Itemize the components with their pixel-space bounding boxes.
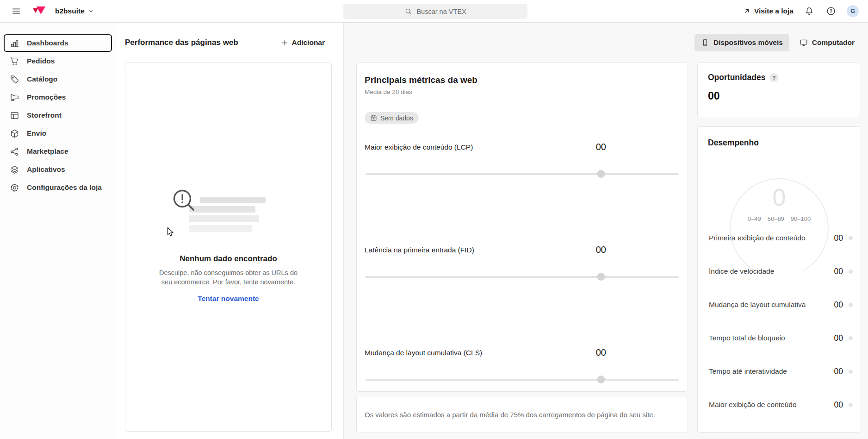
chevron-down-icon bbox=[87, 8, 94, 14]
empty-state-card: Nenhum dado encontrado Desculpe, não con… bbox=[125, 63, 332, 432]
device-toggle-mobile[interactable]: Dispositivos móveis bbox=[694, 34, 789, 51]
user-avatar[interactable]: G bbox=[847, 5, 859, 17]
vtex-logo-icon bbox=[32, 5, 46, 17]
visit-store-link[interactable]: Visite a loja bbox=[743, 7, 794, 15]
pages-panel: Performance das páginas web Adicionar Ne… bbox=[116, 23, 344, 439]
metrics-panel: Dispositivos móveis Computador Principai… bbox=[344, 23, 868, 439]
metric-value: 00 bbox=[596, 245, 606, 255]
performance-metric-label: Primeira exibição de conteúdo bbox=[709, 234, 834, 242]
web-vital-metric-latencia-na-primeira-entrada-fid: Latência na primeira entrada (FID) 00 bbox=[365, 246, 680, 281]
external-link-icon bbox=[743, 7, 750, 15]
footnote-text: Os valores são estimados a partir da méd… bbox=[365, 411, 655, 419]
orders-cart-icon bbox=[9, 56, 19, 66]
metric-label: Mudança de layout cumulativa (CLS) bbox=[365, 349, 482, 357]
opportunities-title: Oportunidades bbox=[708, 73, 765, 82]
apps-layers-icon bbox=[9, 165, 19, 175]
dashboards-icon bbox=[9, 38, 19, 48]
performance-metric-label: Índice de velocidade bbox=[709, 267, 834, 276]
search-input[interactable]: Buscar na VTEX bbox=[343, 4, 527, 19]
search-placeholder: Buscar na VTEX bbox=[416, 8, 466, 15]
performance-metric-value: 00 bbox=[834, 333, 843, 343]
empty-state-title: Nenhum dado encontrado bbox=[180, 254, 277, 263]
status-dot-icon bbox=[849, 370, 853, 374]
footnote-card: Os valores são estimados a partir da méd… bbox=[356, 396, 688, 433]
performance-metric-label: Tempo até interatividade bbox=[709, 367, 834, 376]
help-icon: ? bbox=[826, 6, 836, 16]
help-button[interactable]: ? bbox=[825, 5, 837, 17]
performance-title: Desempenho bbox=[698, 138, 861, 148]
calendar-x-icon bbox=[370, 114, 377, 121]
sidebar-item-catalogo[interactable]: Catálogo bbox=[4, 70, 112, 88]
status-dot-icon bbox=[849, 236, 853, 240]
sidebar-item-configuracoes-da-loja[interactable]: Configurações da loja bbox=[4, 179, 112, 196]
performance-metric-value: 00 bbox=[834, 300, 843, 310]
notifications-bell-button[interactable] bbox=[803, 5, 815, 17]
hamburger-menu-button[interactable] bbox=[9, 4, 23, 18]
sidebar-item-marketplace[interactable]: Marketplace bbox=[4, 143, 112, 160]
sidebar: Dashboards Pedidos Catálogo Promoções St… bbox=[0, 23, 116, 439]
slider-track bbox=[366, 173, 679, 175]
web-vitals-card: Principais métricas da web Média de 28 d… bbox=[356, 63, 688, 392]
metric-slider[interactable] bbox=[365, 170, 680, 178]
slider-handle[interactable] bbox=[597, 273, 605, 281]
device-toggle-desktop[interactable]: Computador bbox=[793, 34, 861, 51]
topbar: b2bsuite Buscar na VTEX Visite a loja ? … bbox=[0, 0, 868, 23]
sidebar-item-dashboards[interactable]: Dashboards bbox=[4, 34, 112, 52]
vtex-admin-app: b2bsuite Buscar na VTEX Visite a loja ? … bbox=[0, 0, 868, 439]
performance-metric-label: Maior exibição de conteúdo bbox=[709, 401, 834, 409]
opportunities-help-icon[interactable]: ? bbox=[769, 73, 778, 82]
metric-label: Maior exibição de conteúdo (LCP) bbox=[365, 143, 473, 151]
sidebar-item-promocoes[interactable]: Promoções bbox=[4, 88, 112, 106]
metric-value: 00 bbox=[596, 347, 606, 358]
shipping-box-icon bbox=[9, 129, 19, 138]
empty-state-illustration bbox=[182, 191, 275, 236]
slider-handle[interactable] bbox=[597, 376, 605, 383]
web-vitals-subtitle: Média de 28 dias bbox=[365, 88, 680, 95]
sidebar-item-aplicativos[interactable]: Aplicativos bbox=[4, 161, 112, 178]
opportunities-card: Oportunidades ? 00 bbox=[697, 63, 861, 118]
performance-metric-label: Tempo total de bloqueio bbox=[709, 334, 834, 342]
no-data-badge: Sem dados bbox=[365, 112, 419, 124]
store-settings-gear-icon bbox=[9, 183, 19, 193]
web-vital-metric-mudanca-de-layout-cumulativa-cls: Mudança de layout cumulativa (CLS) 00 bbox=[365, 349, 680, 383]
status-dot-icon bbox=[849, 270, 853, 274]
metric-slider[interactable] bbox=[365, 376, 680, 383]
metric-label: Latência na primeira entrada (FID) bbox=[365, 246, 474, 254]
marketplace-share-icon bbox=[9, 147, 19, 157]
status-dot-icon bbox=[849, 403, 853, 407]
empty-state-description: Desculpe, não conseguimos obter as URLs … bbox=[159, 268, 298, 287]
web-vitals-title: Principais métricas da web bbox=[365, 75, 680, 85]
opportunities-value: 00 bbox=[708, 90, 850, 102]
metric-slider[interactable] bbox=[365, 273, 680, 281]
performance-gauge-value: 0 bbox=[698, 185, 861, 209]
status-dot-icon bbox=[849, 303, 853, 307]
sidebar-item-pedidos[interactable]: Pedidos bbox=[4, 52, 112, 70]
performance-metric-value: 00 bbox=[834, 233, 843, 243]
slider-handle[interactable] bbox=[597, 170, 605, 178]
search-icon bbox=[404, 7, 412, 15]
svg-text:?: ? bbox=[830, 9, 832, 14]
performance-metric-row-mudanca-de-layout-cumulativa: Mudança de layout cumulativa 00 bbox=[698, 288, 861, 321]
performance-metric-value: 00 bbox=[834, 367, 843, 376]
magnifier-alert-icon bbox=[171, 187, 198, 215]
account-name: b2bsuite bbox=[55, 7, 85, 15]
performance-metric-value: 00 bbox=[834, 400, 843, 410]
metric-value: 00 bbox=[596, 142, 606, 152]
plus-icon bbox=[281, 39, 289, 47]
slider-track bbox=[366, 276, 679, 278]
performance-metric-label: Mudança de layout cumulativa bbox=[709, 301, 834, 309]
sidebar-item-envio[interactable]: Envio bbox=[4, 125, 112, 142]
performance-metric-row-tempo-total-de-bloqueio: Tempo total de bloqueio 00 bbox=[698, 321, 861, 355]
sidebar-item-storefront[interactable]: Storefront bbox=[4, 107, 112, 124]
retry-button[interactable]: Tentar novamente bbox=[195, 294, 261, 303]
slider-track bbox=[366, 379, 679, 381]
desktop-monitor-icon bbox=[800, 38, 808, 47]
performance-card: Desempenho 0 0–4950–8990–100 Primeira ex… bbox=[697, 126, 861, 433]
performance-metric-row-indice-de-velocidade: Índice de velocidade 00 bbox=[698, 255, 861, 288]
performance-metric-value: 00 bbox=[834, 267, 843, 276]
add-page-button[interactable]: Adicionar bbox=[279, 36, 327, 50]
bell-icon bbox=[804, 6, 814, 16]
promotions-megaphone-icon bbox=[9, 93, 19, 102]
web-vital-metric-maior-exibicao-de-conteudo-lcp: Maior exibição de conteúdo (LCP) 00 bbox=[365, 143, 680, 178]
account-switcher[interactable]: b2bsuite bbox=[55, 7, 94, 15]
